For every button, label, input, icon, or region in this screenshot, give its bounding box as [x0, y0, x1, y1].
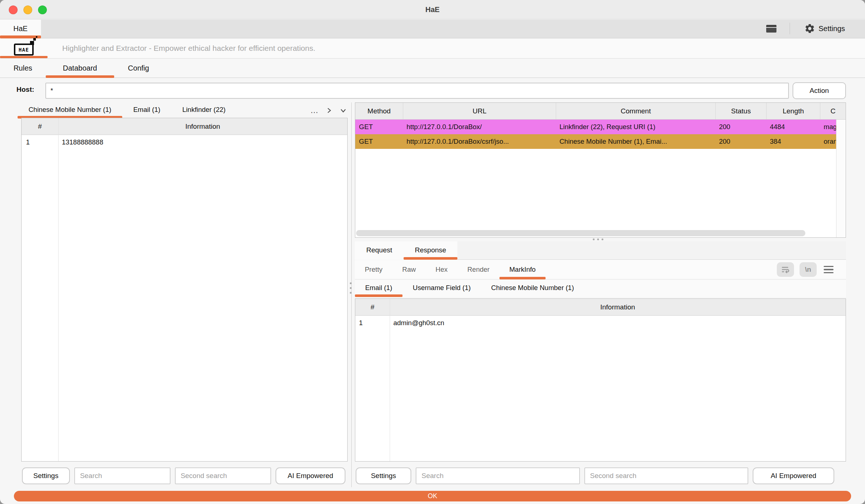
horizontal-scrollbar[interactable]: [356, 230, 805, 236]
request-row[interactable]: GET http://127.0.0.1/DoraBox/ Linkfinder…: [355, 120, 846, 134]
right-ai-empowered-button[interactable]: AI Empowered: [753, 467, 834, 484]
column-header-comment: Comment: [556, 103, 715, 119]
mode-hex[interactable]: Hex: [426, 260, 457, 279]
word-wrap-icon: [781, 266, 790, 274]
vertical-scrollbar-track[interactable]: [836, 120, 846, 237]
settings-label: Settings: [819, 25, 845, 33]
request-list-table: Method URL Comment Status Length C GET h…: [355, 102, 846, 238]
mode-pretty[interactable]: Pretty: [355, 260, 392, 279]
action-button[interactable]: Action: [793, 82, 846, 99]
request-row[interactable]: GET http://127.0.0.1/DoraBox/csrf/jso...…: [355, 134, 846, 149]
settings-button[interactable]: Settings: [804, 22, 845, 35]
window-title: HaE: [0, 0, 865, 19]
tab-rules[interactable]: Rules: [0, 59, 46, 78]
column-divider: [58, 118, 59, 461]
panel-splitter[interactable]: [351, 102, 352, 487]
column-header-information: Information: [58, 123, 347, 131]
right-second-search-input[interactable]: [584, 467, 749, 484]
tab-chinese-mobile-number-result[interactable]: Chinese Mobile Number (1): [481, 280, 584, 297]
viewer-tabbar: Request Response: [355, 241, 846, 260]
banner-subtitle: Highlighter and Extractor - Empower ethi…: [62, 39, 315, 59]
newline-icon: \n: [805, 266, 811, 274]
hae-logo-icon: HAE: [14, 41, 36, 56]
host-input[interactable]: [45, 83, 789, 99]
table-header: Method URL Comment Status Length C: [355, 103, 846, 120]
chevron-down-icon[interactable]: [340, 107, 347, 114]
table-row[interactable]: 1 13188888888: [22, 135, 347, 150]
nav-tabbar: Rules Databoard Config: [0, 59, 865, 78]
titlebar: HaE: [0, 0, 865, 19]
mode-render[interactable]: Render: [457, 260, 499, 279]
newline-toggle-button[interactable]: \n: [800, 262, 817, 277]
hae-logo-text: HAE: [14, 44, 34, 56]
column-header-status: Status: [715, 103, 766, 119]
table-row[interactable]: 1 admin@gh0st.cn: [355, 316, 846, 330]
tab-hae[interactable]: HaE: [0, 20, 41, 38]
left-footer: Settings AI Empowered: [22, 467, 345, 484]
tab-chinese-mobile-number[interactable]: Chinese Mobile Number (1): [18, 102, 122, 119]
tab-username-field[interactable]: Username Field (1): [402, 280, 481, 297]
left-second-search-input[interactable]: [175, 467, 271, 484]
viewer-mode-bar: Pretty Raw Hex Render MarkInfo \n: [355, 260, 846, 279]
tab-overflow-ellipsis[interactable]: …: [310, 105, 318, 116]
menu-icon[interactable]: [822, 264, 835, 275]
markinfo-tabbar: Email (1) Username Field (1) Chinese Mob…: [355, 280, 846, 297]
host-label: Host:: [16, 86, 34, 94]
column-header-num: #: [22, 123, 58, 131]
left-settings-button[interactable]: Settings: [22, 467, 70, 484]
banner-active-indicator: [0, 56, 48, 58]
tab-email-result[interactable]: Email (1): [355, 280, 402, 297]
right-settings-button[interactable]: Settings: [356, 467, 411, 484]
mode-raw[interactable]: Raw: [392, 260, 426, 279]
splitter-handle[interactable]: [350, 282, 352, 294]
main-tabbar: HaE: [0, 20, 865, 38]
splitter-handle[interactable]: [593, 238, 603, 240]
layout-icon[interactable]: [766, 25, 776, 33]
ok-button[interactable]: OK: [14, 491, 851, 501]
right-footer: Settings AI Empowered: [356, 467, 834, 484]
word-wrap-button[interactable]: [777, 262, 794, 277]
column-header-method: Method: [355, 103, 403, 119]
left-ai-empowered-button[interactable]: AI Empowered: [276, 467, 345, 484]
tab-config[interactable]: Config: [114, 59, 163, 78]
mode-markinfo[interactable]: MarkInfo: [499, 260, 546, 279]
banner: HAE Highlighter and Extractor - Empower …: [0, 39, 865, 59]
left-info-table: # Information 1 13188888888: [21, 118, 348, 462]
right-search-input[interactable]: [416, 467, 580, 484]
tabbar-divider: [790, 23, 790, 34]
tab-response[interactable]: Response: [404, 241, 458, 260]
column-header-length: Length: [766, 103, 820, 119]
left-result-tabs: Chinese Mobile Number (1) Email (1) Link…: [18, 102, 347, 119]
tab-request[interactable]: Request: [355, 241, 404, 260]
table-header: # Information: [22, 118, 347, 135]
column-header-information: Information: [390, 303, 846, 311]
tab-databoard[interactable]: Databoard: [46, 59, 114, 78]
table-header: # Information: [355, 299, 846, 316]
tab-linkfinder[interactable]: Linkfinder (22): [171, 102, 236, 119]
gear-icon: [804, 23, 815, 34]
column-header-url: URL: [403, 103, 556, 119]
hae-window: HaE HaE Settings HAE Highlighter and Ext…: [0, 0, 865, 504]
column-header-num: #: [355, 303, 390, 311]
chevron-right-icon[interactable]: [326, 107, 332, 114]
column-divider: [390, 299, 390, 461]
tab-email[interactable]: Email (1): [122, 102, 171, 119]
column-header-color: C: [820, 103, 846, 119]
markinfo-table: # Information 1 admin@gh0st.cn: [355, 298, 846, 462]
left-search-input[interactable]: [74, 467, 171, 484]
